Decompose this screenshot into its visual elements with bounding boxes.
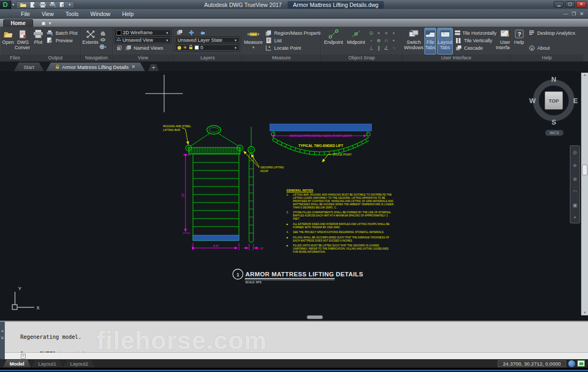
vertical-scrollbar[interactable]: ▲ ▼ (581, 73, 588, 315)
doc-close-button[interactable]: ✕ (579, 11, 584, 17)
pan-icon[interactable] (99, 29, 106, 36)
tab-layout2[interactable]: Layout2 (64, 360, 95, 367)
pan-icon[interactable]: ✛ (573, 163, 577, 168)
osnap-intersection-icon[interactable]: ⊗ (375, 37, 382, 44)
command-settings-icon[interactable]: ≡ (0, 335, 5, 342)
scroll-up-icon[interactable]: ▲ (583, 73, 586, 78)
user-interface-button[interactable]: User Interface (496, 28, 510, 55)
menu-tools[interactable]: Tools (60, 10, 85, 18)
dwg-convert-icon[interactable] (30, 2, 36, 7)
osnap-nearest-icon[interactable]: ∠ (383, 44, 390, 51)
file-tabs-toggle-button[interactable]: File Tabs (424, 28, 436, 55)
qat-customize-caret-icon[interactable]: ▾ (69, 3, 71, 7)
view-combo[interactable]: Unsaved View ▼ (114, 37, 171, 43)
layer-isolate-icon[interactable] (188, 29, 195, 36)
navigation-bar[interactable]: ◎ ✛ ⊕ ◠ ▣ ▼ (570, 145, 580, 223)
open-icon[interactable] (20, 2, 26, 7)
navbar-caret-icon[interactable]: ▼ (574, 216, 577, 219)
osnap-quadrant-icon[interactable]: × (383, 29, 390, 36)
showmotion-icon[interactable]: ▣ (572, 203, 577, 208)
osnap-insertion-icon[interactable]: ▪ (390, 29, 397, 36)
viewcube-west[interactable]: W (529, 97, 536, 105)
doc-restore-button[interactable]: ❐ (571, 11, 576, 17)
command-close-icon[interactable]: × (0, 328, 5, 335)
maximize-button[interactable]: ▢ (565, 1, 575, 7)
orbit-icon[interactable]: ◠ (573, 189, 577, 195)
osnap-box-icon[interactable]: ▫ (368, 37, 375, 44)
osnap-perpendicular-icon[interactable]: ⊥ (368, 44, 375, 51)
osnap-point-icon[interactable]: • (390, 37, 397, 44)
minimize-button[interactable]: ▁ (554, 1, 564, 7)
application-menu-button[interactable]: D (0, 1, 11, 9)
help-button[interactable]: ? Help (512, 28, 526, 55)
osnap-settings-icon[interactable]: ¬ (390, 44, 397, 51)
desktop-analytics-button[interactable]: Desktop Analytics (527, 29, 578, 36)
drawing-area[interactable]: 22' 8'-8" 9" RIGGING AND STEEL LIFTING B… (0, 71, 588, 321)
layout-tabs-toggle-button[interactable]: Layout Tabs (437, 28, 453, 55)
osnap-parallel-icon[interactable]: ∥ (375, 44, 382, 51)
tab-layout1[interactable]: Layout1 (32, 360, 63, 367)
panel-label-navigation: Navigation (81, 55, 112, 61)
page-setup-icon[interactable] (50, 2, 56, 7)
menu-view[interactable]: View (36, 10, 60, 18)
visual-style-combo[interactable]: 2D Wireframe ▼ (114, 29, 171, 36)
endpoint-snap-button[interactable]: Endpoint (323, 28, 344, 55)
named-views-button[interactable]: Named Views (114, 44, 171, 51)
tab-model[interactable]: Model (3, 360, 30, 367)
layer-state-save-icon[interactable] (176, 29, 183, 36)
file-tab-active[interactable]: Armor Mattress Lifting Details ✕ (46, 63, 145, 71)
osnap-node-icon[interactable]: × (375, 29, 382, 36)
dwg-convert-button[interactable]: DWG Convert (16, 28, 30, 55)
osnap-center-icon[interactable]: ⊙ (368, 29, 375, 36)
orbit-icon[interactable] (99, 36, 106, 43)
tab-home[interactable]: Home (3, 19, 33, 27)
preview-button[interactable]: Preview (45, 37, 79, 44)
doc-minimize-button[interactable]: — (563, 11, 568, 17)
close-button[interactable]: ✕ (576, 1, 586, 7)
locate-point-button[interactable]: Locate Point (264, 44, 321, 51)
scroll-down-icon[interactable]: ▼ (583, 311, 586, 315)
menu-file[interactable]: File (15, 10, 36, 18)
viewcube-south[interactable]: S (552, 118, 556, 126)
horizontal-scrollbar-thumb[interactable] (307, 315, 323, 319)
preview-icon[interactable] (60, 2, 65, 7)
application-menu-caret-icon[interactable]: ▾ (12, 3, 14, 7)
tile-horizontally-button[interactable]: Tile Horizontally (454, 29, 494, 36)
layer-state-combo[interactable]: Unsaved Layer State ▼ (175, 37, 239, 43)
full-navigation-wheel-icon[interactable]: ◎ (573, 150, 577, 155)
hardware-acceleration-icon[interactable] (577, 360, 585, 367)
annotation-monitor-icon[interactable] (568, 360, 575, 367)
viewcube[interactable]: N E S W TOP (530, 77, 577, 124)
file-tab-start[interactable]: Start (14, 63, 44, 71)
list-button[interactable]: List (264, 37, 321, 44)
menu-help[interactable]: Help (116, 10, 140, 18)
steering-wheel-icon[interactable]: ▾ (99, 43, 106, 50)
vertical-scrollbar-thumb[interactable] (582, 165, 587, 175)
measure-button[interactable]: Measure ▼ (244, 28, 263, 55)
viewcube-wcs-menu[interactable]: WCS (545, 130, 563, 136)
tile-vertically-button[interactable]: Tile Vertically (454, 37, 494, 44)
ribbon-display-toggle-icon[interactable]: ▣ ▾ (42, 21, 52, 26)
zoom-extents-button[interactable]: Extents (82, 28, 98, 55)
layer-combo[interactable]: ☀ 0 ▼ (175, 44, 239, 51)
viewcube-east[interactable]: E (573, 97, 578, 105)
open-button[interactable]: Open (2, 28, 14, 55)
viewcube-north[interactable]: N (551, 75, 556, 83)
tab-close-icon[interactable]: ✕ (131, 64, 136, 69)
osnap-tangent-icon[interactable]: ∩ (383, 37, 390, 44)
cascade-button[interactable]: Cascade (454, 44, 494, 51)
batch-plot-button[interactable]: Batch Plot (45, 29, 79, 36)
midpoint-snap-button[interactable]: Midpoint (345, 28, 367, 55)
viewcube-top-face[interactable]: TOP (545, 91, 563, 110)
region-mass-properties-button[interactable]: Region/Mass Properties (264, 29, 321, 36)
new-tab-button[interactable]: + (148, 64, 159, 71)
about-button[interactable]: i About (527, 44, 578, 51)
layer-prev-icon[interactable] (199, 29, 206, 36)
command-line-window[interactable]: × ≡ Regenerating model. Press ENTER to c… (0, 321, 588, 359)
plot-button[interactable]: Plot (32, 28, 44, 55)
menu-window[interactable]: Window (84, 10, 116, 18)
switch-windows-button[interactable]: Switch Windows (404, 28, 423, 55)
command-input-row[interactable]: > (5, 352, 588, 359)
plot-icon[interactable] (40, 2, 46, 7)
zoom-icon[interactable]: ⊕ (573, 176, 577, 182)
